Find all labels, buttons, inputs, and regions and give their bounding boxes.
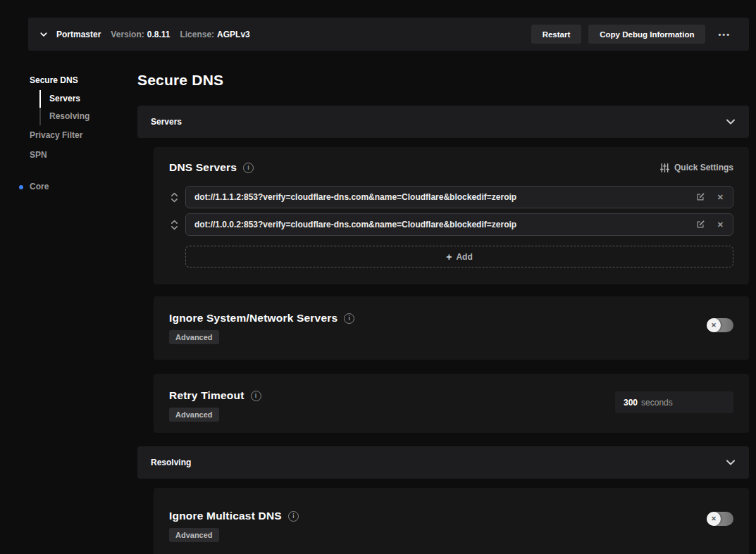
license-label: License: bbox=[180, 30, 214, 39]
secure-dns-subnav: Servers Resolving bbox=[39, 90, 130, 125]
more-options-icon[interactable]: ••• bbox=[712, 26, 736, 43]
section-servers-label: Servers bbox=[151, 117, 182, 127]
sidebar-item-secure-dns[interactable]: Secure DNS bbox=[0, 70, 130, 90]
license-value: AGPLv3 bbox=[217, 30, 250, 39]
advanced-badge: Advanced bbox=[169, 330, 219, 344]
version-value: 0.8.11 bbox=[147, 30, 171, 39]
quick-settings-button[interactable]: Quick Settings bbox=[660, 163, 733, 172]
sidebar-item-spn[interactable]: SPN bbox=[0, 145, 130, 165]
app-name: Portmaster bbox=[56, 30, 101, 39]
page-title: Secure DNS bbox=[137, 72, 749, 89]
sidebar-item-core-label: Core bbox=[30, 182, 49, 191]
titlebar-actions: Restart Copy Debug Information ••• bbox=[531, 25, 736, 44]
close-x-glyph: ✕ bbox=[717, 194, 724, 201]
sidebar-item-core[interactable]: Core bbox=[0, 177, 130, 196]
dns-server-input-wrap: ✕ bbox=[185, 186, 733, 208]
info-icon[interactable]: i bbox=[251, 391, 261, 401]
sidebar-item-privacy-filter[interactable]: Privacy Filter bbox=[0, 125, 130, 145]
ignore-system-toggle[interactable]: ✕ bbox=[707, 318, 733, 332]
retry-timeout-title: Retry Timeout bbox=[169, 389, 244, 402]
settings-sidebar: Secure DNS Servers Resolving Privacy Fil… bbox=[0, 70, 130, 196]
tune-sliders-icon bbox=[660, 163, 669, 172]
drag-reorder-icon[interactable] bbox=[169, 219, 179, 231]
remove-server-icon[interactable]: ✕ bbox=[714, 220, 726, 230]
settings-content: Secure DNS Servers DNS Servers i Quick S… bbox=[137, 67, 749, 554]
chevron-down-icon bbox=[725, 457, 736, 468]
info-icon[interactable]: i bbox=[288, 511, 299, 522]
titlebar: Portmaster Version: 0.8.11 License: AGPL… bbox=[28, 18, 749, 51]
dns-server-input[interactable] bbox=[194, 220, 686, 229]
info-icon[interactable]: i bbox=[344, 313, 354, 324]
dns-server-input-wrap: ✕ bbox=[185, 213, 733, 236]
close-x-glyph: ✕ bbox=[717, 221, 724, 229]
sidebar-item-resolving[interactable]: Resolving bbox=[39, 108, 130, 125]
ignore-multicast-title: Ignore Multicast DNS bbox=[169, 510, 282, 522]
retry-timeout-value: 300 bbox=[624, 398, 638, 408]
toggle-off-x-icon: ✕ bbox=[707, 512, 721, 526]
section-header-servers[interactable]: Servers bbox=[137, 106, 749, 138]
remove-server-icon[interactable]: ✕ bbox=[714, 192, 726, 203]
retry-timeout-card: Retry Timeout i Advanced 300 seconds bbox=[154, 374, 749, 433]
section-resolving-label: Resolving bbox=[151, 458, 191, 467]
chevron-down-icon bbox=[725, 116, 736, 127]
section-header-resolving[interactable]: Resolving bbox=[137, 446, 749, 479]
titlebar-info: Portmaster Version: 0.8.11 License: AGPL… bbox=[37, 27, 260, 42]
dns-server-input[interactable] bbox=[194, 192, 686, 202]
drag-reorder-icon[interactable] bbox=[169, 191, 179, 203]
collapse-chevron-down-icon[interactable] bbox=[37, 27, 51, 42]
edit-icon[interactable] bbox=[693, 218, 708, 231]
retry-timeout-input[interactable]: 300 seconds bbox=[615, 391, 733, 413]
restart-button[interactable]: Restart bbox=[531, 25, 582, 44]
retry-timeout-unit: seconds bbox=[641, 398, 673, 408]
copy-debug-information-button[interactable]: Copy Debug Information bbox=[588, 25, 705, 44]
version-label: Version: bbox=[111, 30, 144, 39]
add-server-button[interactable]: + Add bbox=[185, 246, 733, 267]
ignore-multicast-dns-card: Ignore Multicast DNS i Advanced ✕ bbox=[154, 488, 749, 554]
dns-server-row: ✕ bbox=[169, 186, 733, 208]
dns-servers-card: DNS Servers i Quick Settings bbox=[154, 147, 749, 284]
ignore-system-title: Ignore System/Network Servers bbox=[169, 312, 337, 325]
plus-icon: + bbox=[446, 252, 452, 262]
edit-icon[interactable] bbox=[693, 191, 708, 203]
ignore-multicast-toggle[interactable]: ✕ bbox=[707, 512, 733, 526]
advanced-badge: Advanced bbox=[169, 528, 219, 542]
dns-server-row: ✕ bbox=[169, 213, 733, 236]
dns-servers-title: DNS Servers bbox=[169, 161, 237, 174]
sidebar-item-servers[interactable]: Servers bbox=[39, 90, 130, 108]
notification-dot-icon bbox=[19, 185, 23, 189]
info-icon[interactable]: i bbox=[243, 163, 254, 173]
ignore-system-servers-card: Ignore System/Network Servers i Advanced… bbox=[154, 296, 749, 360]
advanced-badge: Advanced bbox=[169, 408, 219, 422]
add-server-label: Add bbox=[456, 252, 472, 262]
toggle-off-x-icon: ✕ bbox=[707, 318, 721, 332]
quick-settings-label: Quick Settings bbox=[674, 163, 733, 172]
